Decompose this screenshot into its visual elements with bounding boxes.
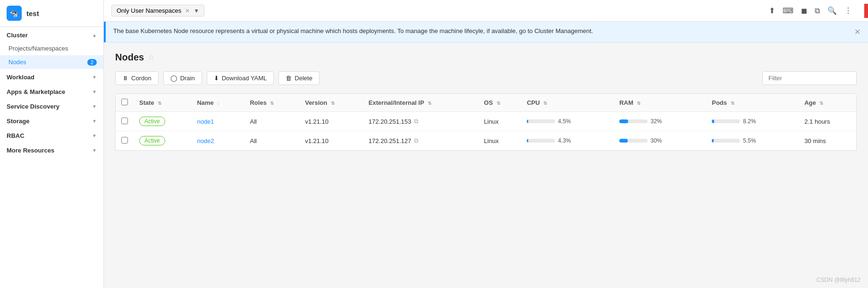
sidebar-group-cluster: Cluster ▲ Projects/Namespaces Nodes 2 — [0, 27, 103, 69]
header-os[interactable]: OS ⇅ — [478, 94, 521, 112]
row-cpu: 4.5% — [521, 112, 614, 131]
ram-pct: 32% — [650, 118, 667, 125]
header-state[interactable]: State ⇅ — [134, 94, 191, 112]
info-banner-close[interactable]: ✕ — [854, 27, 860, 36]
sort-icon: ⇅ — [819, 101, 823, 106]
sort-icon: ⇅ — [158, 101, 161, 106]
state-badge: Active — [139, 136, 165, 145]
delete-button[interactable]: 🗑 Delete — [278, 71, 320, 85]
sidebar-more-header[interactable]: More Resources ▼ — [0, 142, 103, 157]
more-label: More Resources — [7, 147, 54, 154]
search-icon[interactable]: 🔍 — [827, 6, 837, 15]
trash-icon: 🗑 — [286, 75, 292, 82]
pods-bar-fill — [712, 139, 713, 143]
ip-text: 172.20.251.127 — [369, 137, 411, 144]
more-icon[interactable]: ⋮ — [844, 6, 852, 15]
state-badge: Active — [139, 117, 165, 126]
header-name[interactable]: Name ↓ — [191, 94, 244, 112]
chevron-up-icon: ▲ — [92, 33, 97, 38]
header-roles[interactable]: Roles ⇅ — [244, 94, 299, 112]
row-os: Linux — [478, 131, 521, 151]
ram-bar-bg — [619, 119, 648, 123]
table-row: Active node1 All v1.21.10 172.20.251.153… — [116, 112, 856, 131]
sidebar-item-projects[interactable]: Projects/Namespaces — [0, 42, 103, 55]
sidebar-header: 🐄 test — [0, 0, 103, 27]
sidebar-group-cluster-header[interactable]: Cluster ▲ — [0, 27, 103, 42]
drain-button[interactable]: ◯ Drain — [163, 71, 202, 85]
row-checkbox[interactable] — [121, 137, 128, 144]
select-all-checkbox[interactable] — [121, 99, 128, 105]
pods-bar-bg — [712, 139, 740, 143]
app-logo: 🐄 — [7, 6, 22, 21]
download-yaml-button[interactable]: ⬇ Download YAML — [207, 71, 274, 85]
namespace-filter-label: Only User Namespaces — [117, 7, 181, 14]
row-roles: All — [244, 131, 299, 151]
header-age[interactable]: Age ⇅ — [799, 94, 856, 112]
row-ip: 172.20.251.127 ⧉ — [363, 131, 478, 151]
header-ram[interactable]: RAM ⇅ — [614, 94, 706, 112]
cpu-bar-bg — [527, 119, 555, 123]
row-state: Active — [134, 112, 191, 131]
table-row: Active node2 All v1.21.10 172.20.251.127… — [116, 131, 856, 151]
favorite-star-icon[interactable]: ☆ — [148, 53, 154, 62]
row-ram: 30% — [614, 131, 706, 151]
row-ram: 32% — [614, 112, 706, 131]
main-area: Only User Namespaces ✕ ▼ ⬆ ⌨ ◼ ⧉ 🔍 ⋮ The… — [104, 0, 868, 288]
sidebar-item-label: Nodes — [8, 59, 26, 66]
copy-ip-icon[interactable]: ⧉ — [414, 118, 418, 125]
sort-icon: ⇅ — [428, 101, 431, 106]
copy-icon[interactable]: ⧉ — [815, 7, 820, 15]
namespace-filter[interactable]: Only User Namespaces ✕ ▼ — [111, 5, 204, 17]
namespace-filter-dropdown[interactable]: ▼ — [194, 8, 199, 14]
row-roles: All — [244, 112, 299, 131]
sidebar-item-nodes[interactable]: Nodes 2 — [0, 55, 103, 69]
row-state: Active — [134, 131, 191, 151]
cordon-button[interactable]: ⏸ Cordon — [115, 71, 159, 85]
nodes-badge: 2 — [87, 59, 97, 66]
chevron-down-icon: ▼ — [92, 148, 97, 153]
chevron-down-icon: ▼ — [92, 119, 97, 124]
sidebar-storage-header[interactable]: Storage ▼ — [0, 113, 103, 127]
sidebar-workload-header[interactable]: Workload ▼ — [0, 69, 103, 84]
sidebar-group-apps: Apps & Marketplace ▼ — [0, 84, 103, 98]
header-cpu[interactable]: CPU ⇅ — [521, 94, 614, 112]
ram-bar-fill — [619, 119, 628, 123]
row-os: Linux — [478, 112, 521, 131]
row-checkbox[interactable] — [121, 118, 128, 124]
sidebar-apps-header[interactable]: Apps & Marketplace ▼ — [0, 84, 103, 98]
theme-icon[interactable]: ◼ — [801, 6, 807, 15]
namespace-filter-close[interactable]: ✕ — [185, 8, 190, 14]
ram-pct: 30% — [650, 137, 667, 144]
node-link[interactable]: node2 — [197, 137, 214, 144]
sidebar-item-label: Projects/Namespaces — [8, 45, 68, 52]
sort-icon: ↓ — [217, 101, 219, 106]
node-link[interactable]: node1 — [197, 118, 214, 125]
row-ip: 172.20.251.153 ⧉ — [363, 112, 478, 131]
info-banner: The base Kubernetes Node resource repres… — [104, 22, 868, 42]
upload-icon[interactable]: ⬆ — [769, 6, 775, 15]
row-age: 30 mins — [799, 131, 856, 151]
header-version[interactable]: Version ⇅ — [299, 94, 363, 112]
cpu-bar-fill — [527, 139, 528, 143]
header-ip[interactable]: External/Internal IP ⇅ — [363, 94, 478, 112]
copy-ip-icon[interactable]: ⧉ — [414, 137, 418, 144]
sidebar-group-storage: Storage ▼ — [0, 113, 103, 127]
terminal-icon[interactable]: ⌨ — [783, 6, 793, 15]
pause-icon: ⏸ — [122, 75, 128, 82]
header-pods[interactable]: Pods ⇅ — [706, 94, 799, 112]
row-checkbox-cell — [116, 131, 134, 151]
sidebar-rbac-header[interactable]: RBAC ▼ — [0, 127, 103, 142]
chevron-down-icon: ▼ — [92, 75, 97, 80]
sidebar-group-rbac: RBAC ▼ — [0, 127, 103, 142]
sidebar-service-header[interactable]: Service Discovery ▼ — [0, 98, 103, 113]
filter-input[interactable] — [762, 71, 857, 85]
info-banner-text: The base Kubernetes Node resource repres… — [113, 27, 849, 34]
cpu-pct: 4.3% — [558, 137, 575, 144]
content-area: The base Kubernetes Node resource repres… — [104, 22, 868, 288]
pods-pct: 8.2% — [743, 118, 760, 125]
sort-icon: ⇅ — [270, 101, 274, 106]
toolbar: ⏸ Cordon ◯ Drain ⬇ Download YAML 🗑 Delet… — [115, 71, 857, 85]
red-accent — [864, 4, 868, 18]
sort-icon: ⇅ — [543, 101, 547, 106]
drain-label: Drain — [180, 75, 195, 82]
